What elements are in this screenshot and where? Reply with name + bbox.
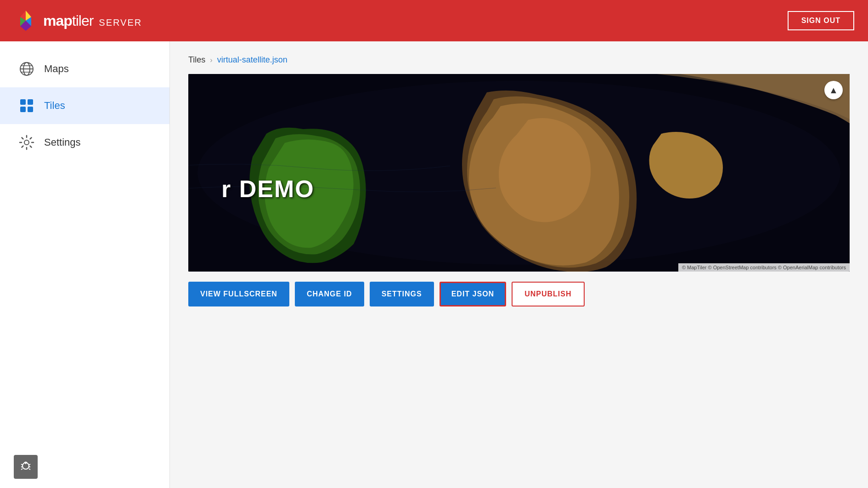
- logo-text: maptiler SERVER: [43, 12, 142, 29]
- action-buttons-area: VIEW FULLSCREEN CHANGE ID SETTINGS EDIT …: [188, 282, 850, 306]
- map-attribution: © MapTiler © OpenStreetMap contributors …: [678, 263, 850, 272]
- logo-map-text: map: [43, 12, 72, 29]
- sidebar-maps-label: Maps: [44, 63, 69, 75]
- sign-out-button[interactable]: SIGN OUT: [788, 11, 854, 30]
- svg-rect-8: [20, 107, 26, 112]
- breadcrumb: Tiles › virtual-satellite.json: [188, 55, 850, 65]
- map-compass-button[interactable]: ▲: [824, 81, 843, 99]
- sidebar-footer: [0, 446, 169, 488]
- tiles-icon: [18, 97, 35, 114]
- svg-line-13: [21, 464, 23, 465]
- breadcrumb-separator: ›: [210, 56, 212, 64]
- svg-rect-7: [28, 99, 33, 105]
- satellite-map-svg: [188, 74, 850, 272]
- logo-server-text: SERVER: [99, 17, 142, 28]
- sidebar-item-settings[interactable]: Settings: [0, 124, 169, 161]
- edit-json-button[interactable]: EDIT JSON: [440, 282, 506, 306]
- svg-line-17: [21, 469, 23, 470]
- breadcrumb-parent[interactable]: Tiles: [188, 55, 205, 65]
- logo-tiler-text: tiler: [72, 12, 94, 29]
- app-header: maptiler SERVER SIGN OUT: [0, 0, 868, 41]
- debug-button[interactable]: [14, 455, 38, 479]
- settings-button[interactable]: SETTINGS: [370, 282, 434, 306]
- logo-area: maptiler SERVER: [14, 9, 142, 33]
- main-layout: Maps Tiles: [0, 41, 868, 488]
- sidebar-item-tiles[interactable]: Tiles: [0, 87, 169, 124]
- svg-rect-6: [20, 99, 26, 105]
- sidebar: Maps Tiles: [0, 41, 170, 488]
- breadcrumb-current[interactable]: virtual-satellite.json: [217, 55, 287, 65]
- sidebar-tiles-label: Tiles: [44, 100, 65, 112]
- map-preview: r DEMO ▲ © MapTiler © OpenStreetMap cont…: [188, 74, 850, 272]
- sidebar-settings-label: Settings: [44, 136, 81, 148]
- unpublish-button[interactable]: UNPUBLISH: [512, 282, 584, 306]
- bug-icon: [20, 460, 32, 474]
- change-id-button[interactable]: CHANGE ID: [295, 282, 364, 306]
- svg-line-14: [29, 464, 30, 465]
- demo-watermark: r DEMO: [221, 175, 315, 203]
- main-content: Tiles › virtual-satellite.json: [170, 41, 868, 488]
- svg-line-18: [29, 469, 30, 470]
- view-fullscreen-button[interactable]: VIEW FULLSCREEN: [188, 282, 289, 306]
- sidebar-item-maps[interactable]: Maps: [0, 51, 169, 87]
- map-satellite-background: r DEMO ▲ © MapTiler © OpenStreetMap cont…: [188, 74, 850, 272]
- gear-icon: [18, 134, 35, 151]
- globe-icon: [18, 61, 35, 77]
- svg-rect-9: [28, 107, 33, 112]
- compass-north-icon: ▲: [829, 85, 838, 96]
- maptiler-logo-icon: [14, 9, 38, 33]
- sidebar-nav: Maps Tiles: [0, 51, 169, 161]
- svg-point-10: [24, 140, 29, 145]
